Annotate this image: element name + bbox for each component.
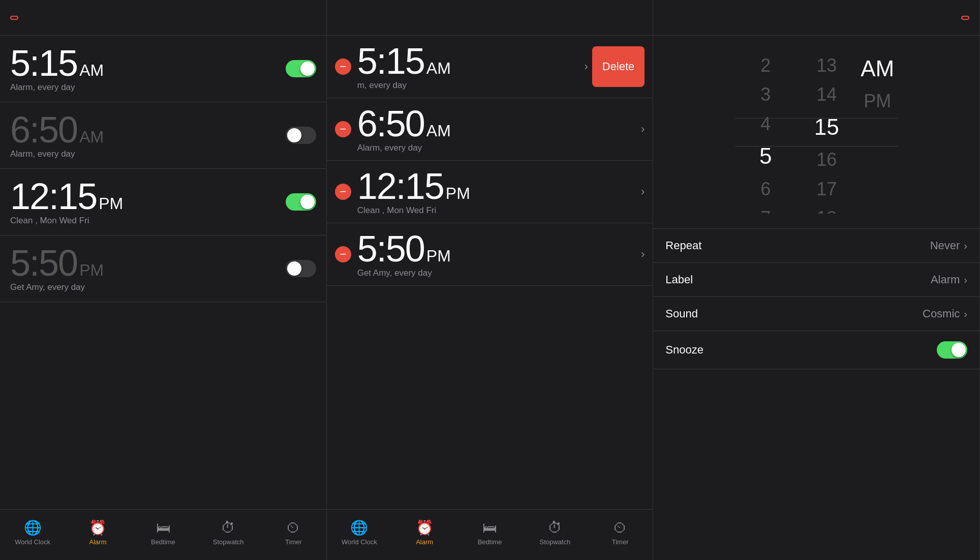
alarm-time: 5:50	[10, 245, 77, 281]
option-repeat[interactable]: Repeat Never ›	[653, 229, 979, 263]
delete-button[interactable]: Delete	[592, 46, 645, 87]
alarm-label: Clean , Mon Wed Fri	[10, 216, 286, 226]
save-button[interactable]	[961, 16, 969, 20]
snooze-toggle[interactable]	[937, 341, 967, 359]
hour-item[interactable]: 7	[735, 203, 796, 213]
alarm-main: 12:15 PM Clean , Mon Wed Fri	[10, 178, 286, 226]
chevron-right-icon: ›	[641, 248, 645, 261]
alarm-time: 5:15	[10, 45, 77, 81]
alarm-ampm: AM	[426, 123, 451, 139]
timer-icon: ⏲	[613, 519, 627, 536]
alarm-main: 5:15 AM m, every day	[357, 43, 580, 91]
tab-alarm[interactable]: ⏰ Alarm	[65, 515, 130, 550]
ampm-item[interactable]: AM	[861, 51, 894, 86]
alarm-icon: ⏰	[89, 519, 107, 536]
world-clock-icon: 🌐	[24, 519, 42, 536]
alarm-toggle[interactable]	[286, 193, 316, 211]
hour-item[interactable]: 6	[735, 174, 796, 204]
alarm-ampm: AM	[79, 62, 104, 78]
delete-circle[interactable]	[335, 246, 351, 262]
option-value: Alarm	[931, 273, 960, 286]
tab-timer[interactable]: ⏲ Timer	[261, 515, 326, 550]
ampm-picker-col[interactable]: AMPM	[857, 51, 898, 214]
tab-world-clock[interactable]: 🌐 World Clock	[327, 515, 392, 550]
option-chevron-icon: ›	[964, 274, 967, 286]
bedtime-label: Bedtime	[151, 538, 175, 546]
alarm-label: m, every day	[357, 80, 580, 91]
tab-stopwatch[interactable]: ⏱ Stopwatch	[523, 515, 588, 550]
option-value-row: Alarm ›	[931, 273, 967, 286]
tab-bedtime[interactable]: 🛏 Bedtime	[131, 515, 196, 550]
alarm-time: 6:50	[10, 111, 77, 148]
option-value: Never	[930, 239, 960, 252]
alarm-item: 5:15 AM Alarm, every day	[0, 36, 326, 102]
hour-item[interactable]: 2	[735, 51, 796, 80]
minute-item[interactable]: 18	[796, 203, 857, 213]
minute-item[interactable]: 17	[796, 174, 857, 204]
delete-circle[interactable]	[335, 184, 351, 200]
tab-timer[interactable]: ⏲ Timer	[588, 515, 653, 550]
alarm-ampm: PM	[79, 262, 104, 278]
toggle-knob	[300, 195, 315, 209]
minute-item[interactable]: 14	[796, 80, 857, 109]
ampm-item[interactable]: PM	[864, 86, 891, 116]
panel-alarm-normal: 5:15 AM Alarm, every day 6:50 AM Alarm, …	[0, 0, 327, 560]
options-section: Repeat Never › Label Alarm › Sound Cosmi…	[653, 229, 979, 560]
stopwatch-label: Stopwatch	[213, 538, 244, 546]
alarm-main: 6:50 AM Alarm, every day	[10, 111, 286, 159]
alarm-toggle[interactable]	[286, 127, 316, 144]
option-value-row: Cosmic ›	[923, 307, 967, 320]
timer-label: Timer	[612, 538, 629, 546]
hour-item[interactable]: 4	[735, 109, 796, 139]
time-picker[interactable]: 2345678131415161718AMPM	[653, 36, 979, 229]
toggle-knob	[300, 62, 315, 76]
alarm-item-edit: 5:15 AM m, every day ›Delete	[327, 36, 653, 98]
edit-button[interactable]	[10, 16, 18, 20]
tab-bedtime[interactable]: 🛏 Bedtime	[457, 515, 522, 550]
panel2-header	[327, 0, 653, 36]
alarm-time: 12:15	[10, 178, 97, 215]
panel1-header	[0, 0, 326, 36]
option-sound[interactable]: Sound Cosmic ›	[653, 297, 979, 331]
bedtime-label: Bedtime	[478, 538, 502, 546]
option-label: Sound	[665, 307, 698, 320]
toggle-knob	[287, 261, 301, 276]
timer-label: Timer	[285, 538, 302, 546]
stopwatch-label: Stopwatch	[539, 538, 570, 546]
alarm-main: 5:50 PM Get Amy, every day	[10, 245, 286, 292]
tab-world-clock[interactable]: 🌐 World Clock	[0, 515, 65, 550]
chevron-right-icon: ›	[641, 185, 645, 198]
chevron-right-icon: ›	[641, 123, 645, 136]
world-clock-icon: 🌐	[350, 519, 368, 536]
edit-left	[335, 121, 351, 137]
edit-left	[335, 184, 351, 200]
minute-item[interactable]: 13	[796, 51, 857, 80]
alarm-main: 5:50 PM Get Amy, every day	[357, 230, 637, 278]
option-value-row: Never ›	[930, 239, 967, 252]
delete-circle[interactable]	[335, 121, 351, 137]
delete-circle[interactable]	[335, 58, 351, 75]
hour-item[interactable]: 5	[735, 138, 796, 174]
alarm-time: 5:15	[357, 43, 424, 79]
hour-picker-col[interactable]: 2345678	[735, 51, 796, 214]
alarm-main: 6:50 AM Alarm, every day	[357, 105, 637, 153]
minute-picker-col[interactable]: 131415161718	[796, 51, 857, 214]
world-clock-label: World Clock	[342, 538, 377, 546]
snooze-label: Snooze	[665, 343, 703, 357]
hour-item[interactable]: 3	[735, 80, 796, 109]
bedtime-icon: 🛏	[156, 519, 170, 536]
alarm-time: 5:50	[357, 230, 424, 267]
tab-stopwatch[interactable]: ⏱ Stopwatch	[196, 515, 261, 550]
edit-left	[335, 58, 351, 75]
option-snooze[interactable]: Snooze	[653, 331, 979, 369]
minute-item[interactable]: 15	[796, 109, 857, 145]
tab-alarm[interactable]: ⏰ Alarm	[392, 515, 457, 550]
panel2-alarm-list: 5:15 AM m, every day ›Delete 6:50 AM Ala…	[327, 36, 653, 509]
alarm-ampm: PM	[99, 195, 123, 212]
option-label: Label	[665, 273, 693, 286]
alarm-toggle[interactable]	[286, 260, 316, 277]
alarm-toggle[interactable]	[286, 60, 316, 77]
stopwatch-icon: ⏱	[548, 519, 562, 536]
minute-item[interactable]: 16	[796, 145, 857, 174]
option-label[interactable]: Label Alarm ›	[653, 263, 979, 297]
